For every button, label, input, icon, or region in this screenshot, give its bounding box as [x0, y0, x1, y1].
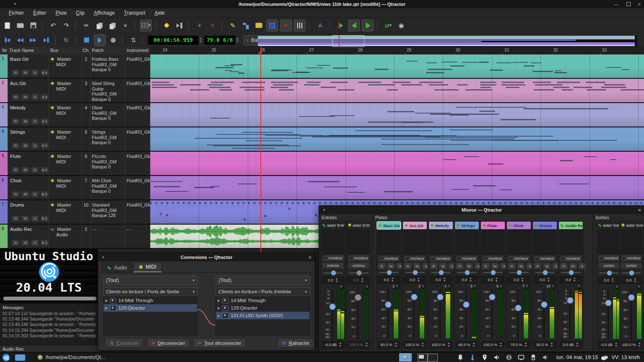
gain-spinner[interactable]: ▲▼	[473, 342, 475, 347]
pan-spinbox[interactable]: 0.0▲▼	[560, 276, 582, 283]
strip-m-button[interactable]: M	[517, 263, 525, 269]
pan-spinner[interactable]: ▲▼	[335, 277, 338, 283]
track-m-button[interactable]: M	[21, 240, 29, 246]
strip-r-button[interactable]: R	[560, 263, 568, 269]
plugin-list[interactable]	[322, 230, 344, 254]
plugin-list[interactable]	[621, 230, 642, 254]
play-button[interactable]	[94, 34, 106, 46]
mixer-strip-choir[interactable]: ✳ChoirmoniteurRMS0.0▲▼710080604020070.0 …	[506, 221, 532, 350]
monitor-button[interactable]: moniteur	[598, 255, 620, 261]
loop-button[interactable]: ↻	[61, 35, 72, 46]
track-a-button[interactable]: A▼	[41, 118, 49, 124]
track-r-button[interactable]: R	[12, 215, 20, 222]
strip-m-button[interactable]: M	[439, 263, 447, 269]
io-button[interactable]: sorties	[598, 262, 620, 269]
mixer-strip-aster-sort[interactable]: ✳aster Sortmoniteursorties0.0▲▼100806040…	[619, 221, 644, 350]
new-file-button[interactable]	[2, 20, 13, 31]
knob-icon[interactable]	[499, 284, 504, 289]
delete-button[interactable]: ×	[120, 20, 131, 31]
fader-handle[interactable]	[605, 300, 612, 306]
display-icon[interactable]	[518, 354, 525, 361]
track-s-button[interactable]: S	[31, 240, 39, 246]
loop-start-button[interactable]	[348, 20, 360, 31]
fader-handle[interactable]	[385, 301, 392, 308]
fader-handle[interactable]	[628, 294, 635, 301]
connections-titlebar[interactable]: Connexions — Qtractor ×	[98, 253, 315, 261]
gain-spinbox[interactable]: 100.0 %▲▼	[404, 341, 426, 348]
strip-r-button[interactable]: R	[482, 263, 490, 269]
track-row-audio-rec[interactable]: 8Audio Rec∿ MasterAudio2- -- -RMSA▼	[0, 225, 150, 249]
pan-handle[interactable]	[331, 270, 336, 276]
location-pin-icon[interactable]	[481, 354, 488, 361]
maximize-button[interactable]	[626, 2, 631, 6]
connect-button[interactable]: ↯ Connecter	[105, 338, 143, 348]
track-a-button[interactable]: A▼	[41, 142, 49, 149]
pan-spinner[interactable]: ▲▼	[469, 277, 472, 282]
gain-spinner[interactable]: ▲▼	[339, 342, 342, 347]
mixer-strip-bass-gtr[interactable]: ✳Bass GtrmoniteurRMS0.0▲▼210080604020080…	[376, 221, 402, 350]
track-row-melody[interactable]: 3Melody✳ MasterMIDI4Oboe FluidR3_GM Banq…	[0, 103, 150, 127]
fader-handle[interactable]	[515, 305, 522, 311]
mixer-strip-aster-entr[interactable]: ✳aster Entrmoniteurentrées0.0▲▼100806040…	[346, 221, 371, 350]
track-m-button[interactable]: M	[21, 94, 29, 100]
strip-m-button[interactable]: M	[413, 263, 421, 269]
pan-handle[interactable]	[387, 270, 392, 275]
stop-button[interactable]	[81, 35, 92, 46]
track-m-button[interactable]: M	[21, 191, 29, 197]
gain-spinner[interactable]: ▲▼	[576, 342, 579, 347]
clip-strings[interactable]	[150, 127, 644, 152]
pan-slider[interactable]	[379, 269, 399, 275]
strip-s-button[interactable]: S	[578, 263, 586, 269]
panel-divider-bar[interactable]	[3, 297, 96, 300]
expand-arrow-icon[interactable]: ▶	[105, 299, 108, 303]
track-s-button[interactable]: S	[31, 142, 39, 149]
session-wheel-button[interactable]: ◉	[396, 20, 407, 31]
plugin-list[interactable]	[534, 230, 556, 254]
monitor-button[interactable]: moniteur	[534, 255, 556, 262]
fader-handle[interactable]	[541, 301, 548, 308]
menu-aide[interactable]: Aide	[151, 9, 169, 17]
pan-spinner[interactable]: ▲▼	[547, 277, 550, 282]
bell-icon[interactable]	[457, 354, 464, 361]
pan-spinner[interactable]: ▲▼	[443, 277, 446, 282]
track-s-button[interactable]: S	[31, 94, 39, 100]
pan-handle[interactable]	[413, 270, 418, 275]
track-r-button[interactable]: R	[12, 94, 20, 100]
remove-track-button[interactable]: ×	[207, 20, 218, 31]
workspace-1[interactable]	[418, 354, 428, 362]
speaker2-icon[interactable]	[542, 354, 549, 361]
mixer-window[interactable]: Mixeur — Qtractor × Entrées Pistes Sorti…	[319, 205, 644, 352]
track-r-button[interactable]: R	[12, 167, 20, 173]
pan-slider[interactable]	[535, 269, 555, 275]
bluetooth-icon[interactable]	[506, 354, 512, 361]
gain-spinbox[interactable]: 100.0 %▲▼	[482, 341, 504, 348]
snap-arrows-menu-button[interactable]: ⇄▾	[383, 20, 394, 31]
track-a-button[interactable]: A▼	[41, 215, 49, 222]
menu-fichier[interactable]: Fichier	[5, 9, 28, 17]
client-item[interactable]: ▶14:Midi Through	[104, 297, 197, 304]
pan-spinbox[interactable]: 0.0▲▼	[621, 277, 642, 284]
clip-choir[interactable]	[150, 176, 644, 200]
song-overview[interactable]	[258, 35, 637, 47]
knob-icon[interactable]	[551, 284, 556, 289]
gain-spinner[interactable]: ▲▼	[638, 342, 641, 347]
open-file-button[interactable]	[15, 20, 26, 31]
pan-spinbox[interactable]: 0.0▲▼	[322, 277, 344, 284]
window-titlebar[interactable]: /home/joe/Documents/Qtractor/NIWS/niws 1…	[0, 0, 644, 8]
cut-button[interactable]: ✂	[81, 20, 92, 31]
monitor-button[interactable]: moniteur	[404, 255, 426, 262]
skip-start-button[interactable]	[2, 35, 13, 46]
monitor-button[interactable]: moniteur	[430, 255, 452, 262]
pan-handle[interactable]	[356, 270, 362, 276]
plugin-list[interactable]	[456, 230, 478, 254]
pan-slider[interactable]	[405, 269, 425, 275]
client-item[interactable]: ▶129:Qtractor	[104, 304, 197, 312]
strip-m-button[interactable]: M	[569, 263, 577, 269]
mixer-titlebar[interactable]: Mixeur — Qtractor ×	[319, 206, 644, 214]
monitor-button[interactable]: moniteur	[621, 255, 642, 261]
gain-spinner[interactable]: ▲▼	[551, 342, 553, 347]
plugin-list[interactable]	[508, 230, 530, 254]
pan-spinner[interactable]: ▲▼	[417, 277, 420, 282]
clip-flute[interactable]	[150, 152, 644, 176]
gain-spinner[interactable]: ▲▼	[499, 342, 502, 347]
